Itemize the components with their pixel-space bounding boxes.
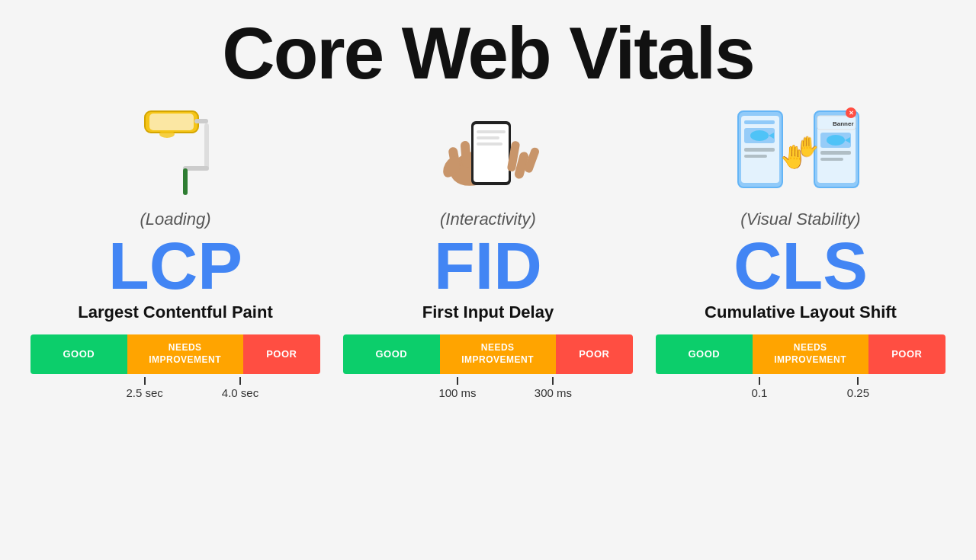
- fid-bar: GOOD NEEDSIMPROVEMENT POOR: [343, 334, 633, 374]
- lcp-tick-label-2: 4.0 sec: [222, 386, 258, 399]
- cls-bar-needs: NEEDSIMPROVEMENT: [753, 334, 868, 374]
- fid-subtitle: (Interactivity): [440, 210, 536, 229]
- svg-point-25: [750, 130, 769, 141]
- lcp-scale: GOOD NEEDSIMPROVEMENT POOR 2.5 sec 4.0 s…: [30, 334, 320, 405]
- lcp-bar-good: GOOD: [30, 334, 127, 374]
- svg-text:🤚: 🤚: [795, 134, 820, 158]
- fid-ticks: 100 ms 300 ms: [343, 377, 633, 405]
- cls-ticks: 0.1 0.25: [656, 377, 946, 405]
- lcp-bar-poor: POOR: [243, 334, 320, 374]
- cls-tick-2: 0.25: [847, 377, 869, 399]
- svg-rect-28: [744, 155, 767, 158]
- cls-icon: Banner ✕ 🤚 🤚: [732, 100, 869, 206]
- fid-name: First Input Delay: [422, 302, 554, 322]
- lcp-subtitle: (Loading): [140, 210, 211, 229]
- cls-tick-label-1: 0.1: [751, 386, 767, 399]
- svg-rect-27: [744, 148, 775, 152]
- cls-tick-line-2: [857, 377, 859, 385]
- page-title: Core Web Vitals: [222, 15, 753, 92]
- lcp-tick-2: 4.0 sec: [222, 377, 258, 399]
- fid-acronym: FID: [434, 232, 542, 299]
- svg-point-6: [159, 130, 175, 138]
- svg-rect-5: [183, 168, 188, 195]
- fid-tick-line-1: [457, 377, 458, 385]
- svg-rect-23: [744, 120, 775, 124]
- cls-tick-1: 0.1: [751, 377, 767, 399]
- fid-bar-good: GOOD: [343, 334, 440, 374]
- cls-bar-good: GOOD: [656, 334, 753, 374]
- metric-card-cls: Banner ✕ 🤚 🤚 (Visual Stability) CLS Cumu…: [656, 100, 946, 405]
- cls-bar-poor: POOR: [868, 334, 946, 374]
- fid-scale: GOOD NEEDSIMPROVEMENT POOR 100 ms 300 ms: [343, 334, 633, 405]
- fid-tick-label-2: 300 ms: [535, 386, 572, 399]
- metric-card-fid: (Interactivity) FID First Input Delay GO…: [343, 100, 633, 405]
- lcp-tick-1: 2.5 sec: [126, 377, 162, 399]
- svg-point-36: [827, 135, 845, 146]
- fid-tick-line-2: [552, 377, 554, 385]
- lcp-tick-line-1: [144, 377, 146, 385]
- lcp-name: Largest Contentful Paint: [78, 302, 272, 322]
- cls-subtitle: (Visual Stability): [740, 210, 860, 229]
- cls-scale: GOOD NEEDSIMPROVEMENT POOR 0.1 0.25: [656, 334, 946, 405]
- svg-rect-15: [477, 130, 506, 133]
- cls-tick-label-2: 0.25: [847, 386, 869, 399]
- cls-acronym: CLS: [734, 232, 868, 299]
- svg-rect-39: [820, 158, 843, 161]
- cls-tick-line-1: [759, 377, 760, 385]
- cls-bar: GOOD NEEDSIMPROVEMENT POOR: [656, 334, 946, 374]
- svg-text:✕: ✕: [849, 110, 854, 117]
- svg-rect-16: [477, 136, 499, 139]
- svg-rect-1: [149, 114, 194, 130]
- fid-tick-2: 300 ms: [535, 377, 572, 399]
- fid-bar-needs: NEEDSIMPROVEMENT: [440, 334, 556, 374]
- lcp-tick-label-1: 2.5 sec: [126, 386, 162, 399]
- svg-rect-3: [204, 123, 209, 169]
- svg-text:Banner: Banner: [833, 120, 854, 127]
- lcp-ticks: 2.5 sec 4.0 sec: [30, 377, 320, 405]
- metrics-row: (Loading) LCP Largest Contentful Paint G…: [30, 100, 946, 405]
- fid-bar-poor: POOR: [556, 334, 633, 374]
- fid-icon: [427, 100, 549, 206]
- lcp-bar-needs: NEEDSIMPROVEMENT: [127, 334, 243, 374]
- svg-rect-38: [820, 151, 851, 155]
- lcp-icon: [130, 100, 221, 206]
- svg-rect-17: [477, 142, 502, 146]
- cls-name: Cumulative Layout Shift: [705, 302, 897, 322]
- lcp-bar: GOOD NEEDSIMPROVEMENT POOR: [30, 334, 320, 374]
- fid-tick-label-1: 100 ms: [438, 386, 476, 399]
- lcp-tick-line-2: [239, 377, 241, 385]
- svg-rect-2: [194, 119, 208, 123]
- metric-card-lcp: (Loading) LCP Largest Contentful Paint G…: [30, 100, 320, 405]
- fid-tick-1: 100 ms: [438, 377, 476, 399]
- lcp-acronym: LCP: [108, 232, 242, 299]
